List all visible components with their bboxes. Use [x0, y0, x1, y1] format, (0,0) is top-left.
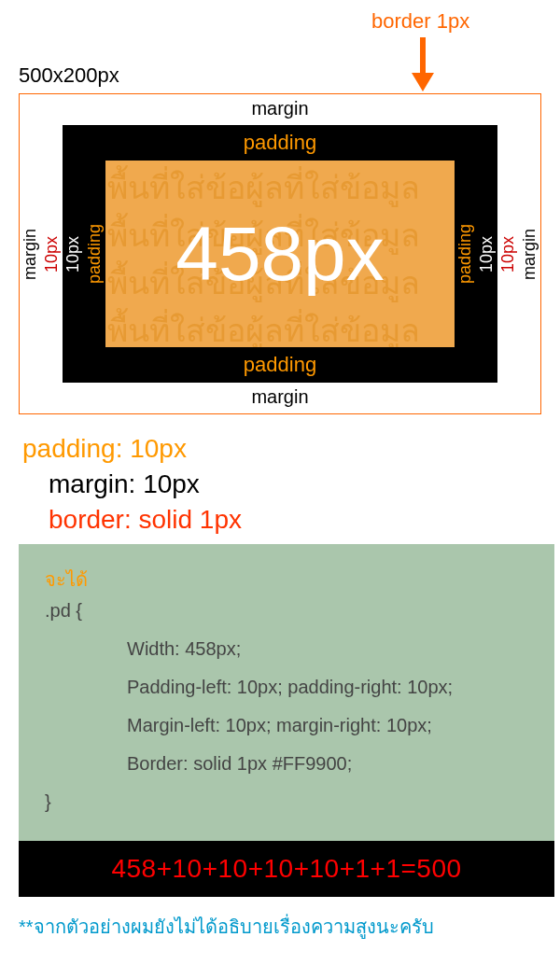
- code-close: }: [45, 791, 528, 813]
- margin-label-left: margin: [20, 125, 41, 383]
- margin-label-top: margin: [20, 94, 540, 125]
- margin-label-right: margin: [519, 125, 540, 383]
- padding-value-right: 10px: [476, 161, 497, 347]
- svg-marker-1: [412, 73, 434, 91]
- padding-label-top: padding: [63, 125, 497, 161]
- code-selector: .pd {: [45, 600, 528, 622]
- dimension-label: 500x200px: [19, 63, 119, 88]
- prop-margin: margin: 10px: [49, 467, 551, 502]
- margin-value-right: 10px: [497, 125, 519, 383]
- border-label: border 1px: [371, 9, 469, 34]
- code-line: Width: 458px;: [127, 638, 528, 660]
- footnote: **จากตัวอย่างผมยังไม่ได้อธิบายเรื่องความ…: [19, 912, 551, 942]
- code-line: Margin-left: 10px; margin-right: 10px;: [127, 715, 528, 736]
- code-line: Border: solid 1px #FF9900;: [127, 753, 528, 775]
- code-lead: จะได้: [45, 565, 528, 594]
- property-summary: padding: 10px margin: 10px border: solid…: [22, 431, 551, 537]
- padding-box: padding 10px padding พื้นที่ใส่ข้อผู้ลที…: [63, 125, 497, 383]
- content-width-value: 458px: [175, 210, 384, 298]
- margin-label-bottom: margin: [20, 383, 540, 413]
- padding-label-bottom: padding: [63, 347, 497, 383]
- padding-value-left: 10px: [63, 161, 84, 347]
- code-line: Padding-left: 10px; padding-right: 10px;: [127, 677, 528, 698]
- padding-label-left: padding: [84, 161, 105, 347]
- css-code-block: จะได้ .pd { Width: 458px; Padding-left: …: [19, 544, 554, 841]
- margin-value-left: 10px: [41, 125, 63, 383]
- calculation-bar: 458+10+10+10+10+1+1=500: [19, 841, 554, 897]
- prop-border: border: solid 1px: [49, 502, 551, 538]
- prop-padding: padding: 10px: [22, 431, 551, 467]
- box-model-diagram: margin margin 10px padding 10px padding …: [19, 93, 541, 414]
- content-area: พื้นที่ใส่ข้อผู้ลที่ใส่ข้อมูล พื้นที่ใส่…: [105, 161, 455, 347]
- padding-label-right: padding: [455, 161, 476, 347]
